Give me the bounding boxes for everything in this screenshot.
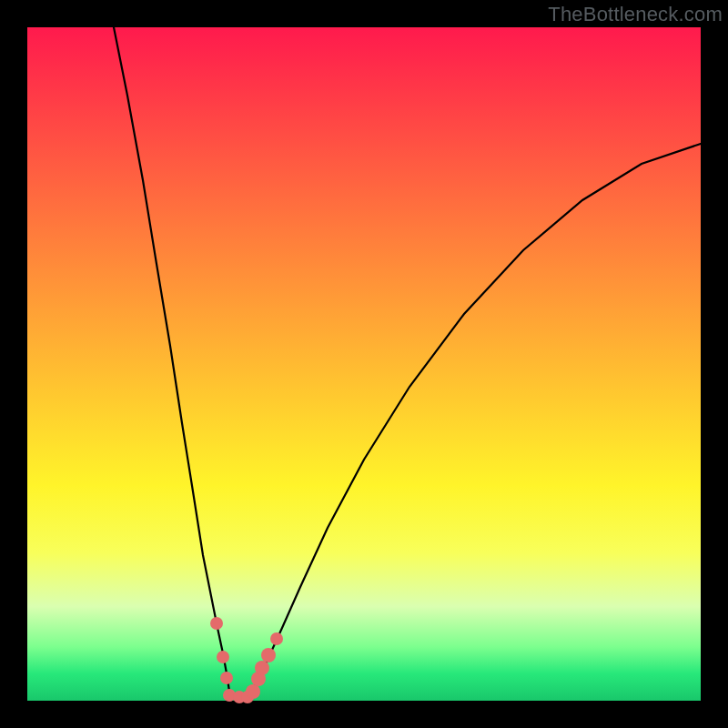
sample-point xyxy=(255,661,269,675)
sample-points xyxy=(210,617,283,703)
plot-area xyxy=(27,27,701,701)
curve-svg xyxy=(27,27,701,701)
curve-left-branch xyxy=(114,27,230,697)
sample-point xyxy=(217,651,229,663)
sample-point xyxy=(246,684,260,699)
watermark-text: TheBottleneck.com xyxy=(548,3,723,26)
chart-frame: TheBottleneck.com xyxy=(0,0,728,728)
sample-point xyxy=(210,617,223,630)
sample-point xyxy=(220,672,233,684)
sample-point xyxy=(270,632,283,645)
sample-point xyxy=(261,648,276,662)
curve-right-branch xyxy=(250,144,701,697)
